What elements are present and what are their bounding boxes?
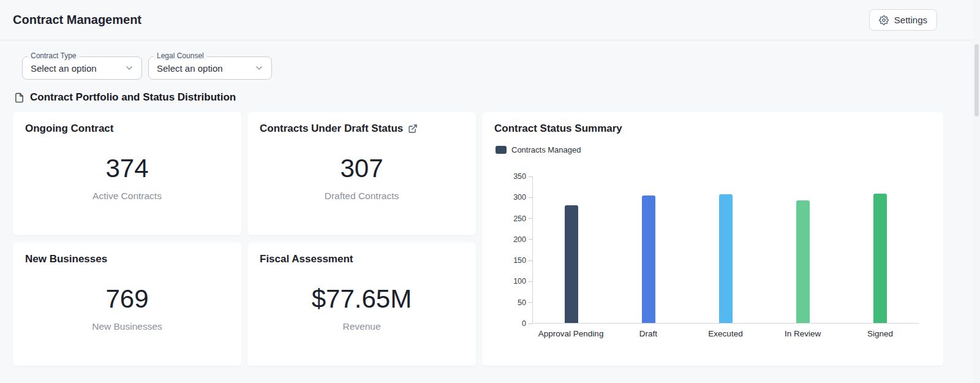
scrollbar-thumb[interactable] [974, 44, 979, 116]
bar [873, 194, 887, 323]
chart-legend: Contracts Managed [496, 145, 931, 154]
bar [642, 195, 655, 323]
scrollbar-track[interactable] [973, 0, 980, 383]
y-tick-150: 150 [512, 256, 532, 265]
card-ongoing-contract: Ongoing Contract 374 Active Contracts [13, 112, 241, 235]
chart-plot-column: Approval PendingDraftExecutedIn ReviewSi… [532, 176, 919, 338]
bar-executed [687, 176, 764, 323]
chart-x-axis-labels: Approval PendingDraftExecutedIn ReviewSi… [532, 324, 919, 338]
header: Contract Management Settings [0, 0, 980, 40]
settings-button[interactable]: Settings [869, 9, 937, 31]
legend-label: Contracts Managed [511, 145, 581, 154]
bar-draft [610, 176, 687, 323]
legend-swatch [496, 146, 507, 154]
contract-type-select[interactable]: Contract Type Select an option [22, 56, 142, 80]
legal-counsel-value: Select an option [157, 63, 223, 74]
bar [796, 200, 810, 323]
chart-y-axis: 050100150200250300350 [510, 176, 532, 324]
x-label-signed: Signed [842, 329, 919, 338]
y-tick-250: 250 [512, 214, 532, 223]
bar-approval-pending [533, 176, 610, 323]
card-body: 374 Active Contracts [25, 130, 229, 225]
cards-grid: Ongoing Contract 374 Active Contracts Co… [13, 112, 943, 366]
x-label-executed: Executed [687, 329, 764, 338]
chevron-down-icon [254, 63, 264, 73]
contract-type-label: Contract Type [28, 51, 79, 60]
x-label-approval-pending: Approval Pending [532, 329, 609, 338]
section-heading: Contract Portfolio and Status Distributi… [14, 91, 980, 104]
gear-icon [879, 15, 889, 25]
card-body: 307 Drafted Contracts [260, 130, 464, 225]
bar-chart: 050100150200250300350 Approval PendingDr… [510, 176, 919, 338]
chart-plot [532, 176, 919, 324]
card-value: $77.65M [312, 284, 412, 314]
card-subtitle: New Businesses [92, 321, 162, 332]
card-body: 769 New Businesses [25, 260, 229, 355]
legal-counsel-select[interactable]: Legal Counsel Select an option [148, 56, 272, 80]
chevron-down-icon [124, 63, 134, 73]
chart-title: Contract Status Summary [494, 123, 931, 135]
x-label-in-review: In Review [764, 329, 842, 338]
y-tick-0: 0 [512, 319, 532, 328]
settings-button-label: Settings [894, 15, 927, 25]
bar-in-review [764, 176, 842, 323]
card-value: 307 [340, 154, 383, 183]
bar [565, 205, 578, 323]
y-tick-100: 100 [512, 277, 532, 286]
legal-counsel-label: Legal Counsel [154, 51, 207, 60]
x-label-draft: Draft [609, 329, 687, 338]
y-tick-350: 350 [512, 172, 532, 181]
bar-signed [842, 176, 919, 323]
y-tick-200: 200 [512, 235, 532, 244]
card-contracts-under-draft: Contracts Under Draft Status 307 Drafted… [247, 112, 476, 235]
card-value: 769 [105, 284, 148, 314]
page-title: Contract Management [13, 13, 141, 27]
filters: Contract Type Select an option Legal Cou… [22, 56, 980, 80]
card-fiscal-assessment: Fiscal Assessment $77.65M Revenue [247, 243, 476, 366]
y-tick-50: 50 [512, 298, 532, 307]
document-icon [14, 93, 24, 103]
bar [719, 194, 733, 323]
section-title: Contract Portfolio and Status Distributi… [30, 91, 236, 104]
card-body: $77.65M Revenue [260, 260, 464, 355]
card-value: 374 [105, 154, 148, 183]
card-subtitle: Drafted Contracts [325, 191, 399, 202]
card-contract-status-summary: Contract Status Summary Contracts Manage… [482, 112, 943, 366]
card-subtitle: Revenue [342, 321, 380, 332]
card-new-businesses: New Businesses 769 New Businesses [13, 243, 241, 366]
contract-type-value: Select an option [31, 63, 97, 74]
y-tick-300: 300 [512, 193, 532, 202]
card-subtitle: Active Contracts [92, 191, 162, 202]
